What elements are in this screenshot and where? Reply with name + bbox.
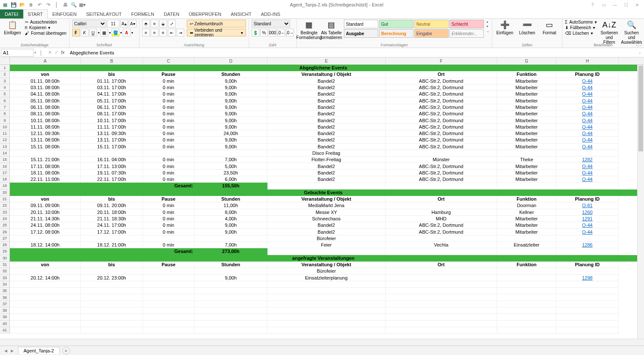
cell[interactable]	[386, 321, 497, 327]
cell[interactable]: O-44	[556, 78, 619, 84]
currency-button[interactable]: 💲	[252, 29, 259, 36]
cell[interactable]: 9,00h	[194, 91, 267, 97]
cell[interactable]	[81, 301, 143, 307]
cell[interactable]: Mitarbeiter	[497, 117, 556, 123]
border-button[interactable]: ▦	[100, 29, 108, 36]
qat-print-icon[interactable]: 🖶	[62, 1, 69, 8]
cell[interactable]: 1291	[556, 216, 619, 222]
cell[interactable]: 17.12. 17:00h	[81, 229, 143, 235]
cell[interactable]	[143, 314, 194, 320]
cell[interactable]	[10, 248, 81, 255]
column-header-H[interactable]: H	[556, 57, 619, 64]
row-header[interactable]: 32	[0, 268, 10, 274]
cell[interactable]	[556, 281, 619, 288]
cell[interactable]: Stunden	[194, 262, 267, 268]
cell[interactable]: Bandel2	[267, 222, 386, 229]
cell[interactable]: 0 min	[143, 130, 194, 137]
cell[interactable]	[81, 294, 143, 301]
cell[interactable]	[386, 275, 497, 281]
cell[interactable]: Bandel2	[267, 170, 386, 176]
cell[interactable]	[81, 268, 143, 274]
cell[interactable]: Mitarbeiter	[497, 104, 556, 111]
cell[interactable]: Bandel2	[267, 229, 386, 235]
align-right-button[interactable]: ≡	[159, 29, 167, 36]
increase-font-button[interactable]: A▴	[120, 20, 128, 27]
cell[interactable]: 03.11. 17:00h	[81, 84, 143, 91]
cell[interactable]: Flotter-Freitag	[267, 156, 386, 163]
cell[interactable]: 24.11. 17:00h	[81, 222, 143, 229]
cell[interactable]	[267, 294, 386, 301]
cell[interactable]	[497, 288, 556, 294]
decrease-indent-button[interactable]: ⇤	[168, 29, 176, 36]
cell[interactable]: MediaMarkt Jena	[267, 202, 386, 209]
cell[interactable]	[81, 288, 143, 294]
cell[interactable]: ABC-Str.2, Dortmund	[386, 111, 497, 117]
cell[interactable]: Bandel2	[267, 137, 386, 143]
cell[interactable]	[10, 321, 81, 327]
cell[interactable]	[194, 301, 267, 307]
tab-einfuegen[interactable]: EINFÜGEN	[48, 9, 82, 18]
cell[interactable]: Bandel2	[267, 84, 386, 91]
cell[interactable]	[386, 248, 497, 255]
row-header[interactable]: 40	[0, 321, 10, 327]
cell[interactable]	[10, 235, 81, 242]
cell[interactable]	[194, 314, 267, 320]
add-sheet-button[interactable]: +	[62, 347, 70, 355]
row-header[interactable]: 33	[0, 275, 10, 281]
tab-formeln[interactable]: FORMELN	[126, 9, 159, 18]
cell[interactable]	[267, 327, 386, 334]
cell[interactable]: 9,00h	[194, 124, 267, 130]
cell[interactable]: 06.11. 08:00h	[10, 104, 81, 111]
cell[interactable]	[143, 301, 194, 307]
cell[interactable]: Bandel2	[267, 163, 386, 169]
cell[interactable]: ABC-Str.2, Dortmund	[386, 137, 497, 143]
dropdown-icon[interactable]: ▾	[98, 31, 100, 35]
cell[interactable]: Theke	[497, 156, 556, 163]
cell[interactable]: Mitarbeiter	[497, 144, 556, 150]
cell[interactable]	[556, 327, 619, 334]
row-header[interactable]: 7	[0, 104, 10, 111]
cell[interactable]: 9,00h	[194, 222, 267, 229]
cell[interactable]: O-44	[556, 117, 619, 123]
row-header[interactable]: 19	[0, 183, 10, 189]
row-header[interactable]: 9	[0, 117, 10, 123]
cell[interactable]: O-44	[556, 222, 619, 229]
cell[interactable]: Bandel2	[267, 97, 386, 104]
cell[interactable]: 09.11. 20:00h	[81, 202, 143, 209]
minimize-button[interactable]: —	[610, 1, 620, 8]
cell[interactable]: O-44	[556, 130, 619, 137]
gallery-more-icon[interactable]: ⌄	[486, 29, 489, 33]
cell[interactable]: 09.11. 09:00h	[10, 202, 81, 209]
decrease-font-button[interactable]: A▾	[129, 20, 137, 27]
cell[interactable]	[267, 183, 386, 189]
qat-undo-icon[interactable]: ↶	[36, 1, 43, 8]
cell[interactable]	[10, 327, 81, 334]
v-scroll-thumb[interactable]	[638, 66, 643, 151]
cell[interactable]: 0 min	[143, 144, 194, 150]
cell[interactable]: 8,00h	[194, 209, 267, 216]
font-name-dropdown[interactable]: Calibri	[72, 20, 106, 27]
cell[interactable]	[386, 202, 497, 209]
cell[interactable]: MHD	[386, 216, 497, 222]
cell[interactable]	[556, 294, 619, 301]
cell[interactable]: Gesamt:	[143, 248, 194, 255]
cell[interactable]: Bandel2	[267, 124, 386, 130]
cell[interactable]: 0 min	[143, 78, 194, 84]
cell[interactable]: 12.11. 09:30h	[10, 130, 81, 137]
cell[interactable]	[386, 268, 497, 274]
tab-ansicht[interactable]: ANSICHT	[226, 9, 256, 18]
cell[interactable]	[386, 183, 497, 189]
cell[interactable]	[556, 183, 619, 189]
cell[interactable]: 20.12. 23:00h	[81, 275, 143, 281]
delete-cells-button[interactable]: ➖Löschen	[517, 20, 537, 35]
cell[interactable]	[143, 281, 194, 288]
vertical-scrollbar[interactable]	[637, 65, 644, 339]
cell[interactable]: Funktion	[497, 196, 556, 202]
cell[interactable]	[10, 314, 81, 320]
cell[interactable]: 11.11. 08:00h	[10, 124, 81, 130]
cell[interactable]: 5,00h	[194, 163, 267, 169]
row-header[interactable]: 35	[0, 288, 10, 294]
italic-button[interactable]: K	[81, 29, 88, 36]
column-header-E[interactable]: E	[267, 57, 386, 64]
cell[interactable]: 04.11. 08:00h	[10, 91, 81, 97]
